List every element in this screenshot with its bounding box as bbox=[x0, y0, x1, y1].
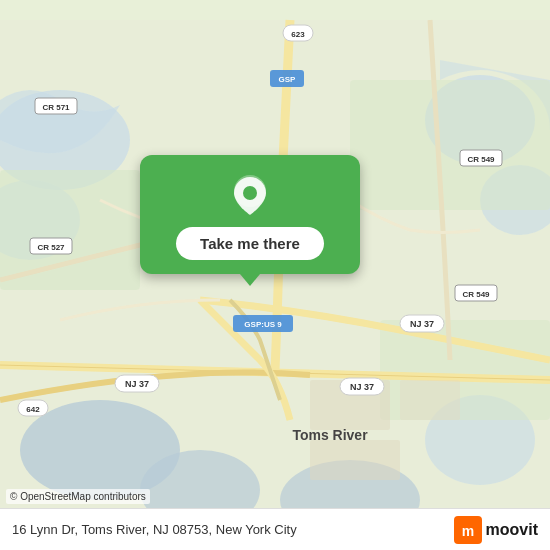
svg-text:623: 623 bbox=[291, 30, 305, 39]
osm-attribution: © OpenStreetMap contributors bbox=[6, 489, 150, 504]
svg-text:NJ 37: NJ 37 bbox=[410, 319, 434, 329]
svg-text:NJ 37: NJ 37 bbox=[350, 382, 374, 392]
card-arrow bbox=[240, 274, 260, 286]
bottom-bar: 16 Lynn Dr, Toms River, NJ 08753, New Yo… bbox=[0, 508, 550, 550]
address-text: 16 Lynn Dr, Toms River, NJ 08753, New Yo… bbox=[12, 522, 454, 537]
svg-text:CR 549: CR 549 bbox=[467, 155, 495, 164]
svg-text:m: m bbox=[461, 523, 473, 539]
svg-text:CR 527: CR 527 bbox=[37, 243, 65, 252]
moovit-logo: m moovit bbox=[454, 516, 538, 544]
moovit-logo-text: moovit bbox=[486, 521, 538, 539]
green-card: Take me there bbox=[140, 155, 360, 274]
svg-point-41 bbox=[243, 186, 257, 200]
moovit-logo-icon: m bbox=[454, 516, 482, 544]
svg-text:GSP:US 9: GSP:US 9 bbox=[244, 320, 282, 329]
svg-text:CR 571: CR 571 bbox=[42, 103, 70, 112]
svg-text:CR 549: CR 549 bbox=[462, 290, 490, 299]
svg-text:Toms River: Toms River bbox=[292, 427, 368, 443]
svg-rect-9 bbox=[0, 170, 140, 290]
svg-text:642: 642 bbox=[26, 405, 40, 414]
svg-rect-15 bbox=[400, 380, 460, 420]
location-pin-icon bbox=[228, 173, 272, 217]
svg-text:GSP: GSP bbox=[279, 75, 297, 84]
svg-text:NJ 37: NJ 37 bbox=[125, 379, 149, 389]
take-me-there-button[interactable]: Take me there bbox=[176, 227, 324, 260]
svg-rect-10 bbox=[350, 80, 550, 210]
take-me-there-container: Take me there bbox=[140, 155, 360, 286]
svg-rect-16 bbox=[310, 440, 400, 480]
map-container: NJ 37 NJ 37 GSP:US 9 GSP 623 CR 571 CR 5… bbox=[0, 0, 550, 550]
